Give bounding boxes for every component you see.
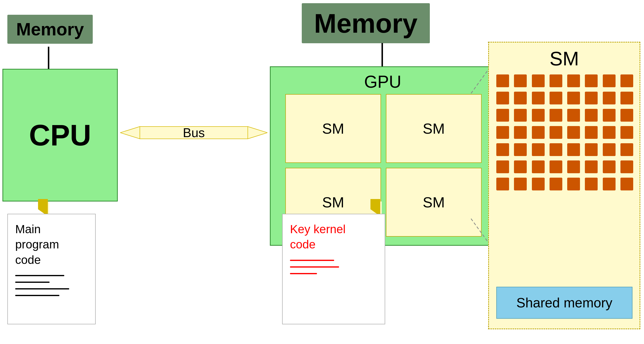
orange-square-6-3 bbox=[550, 178, 562, 191]
orange-square-2-0 bbox=[496, 109, 509, 122]
orange-square-6-2 bbox=[532, 178, 545, 191]
orange-square-2-3 bbox=[550, 109, 562, 122]
gpu-memory-line bbox=[382, 43, 383, 70]
orange-square-3-2 bbox=[532, 126, 545, 139]
sm-box-4: SM bbox=[386, 168, 482, 237]
orange-square-5-1 bbox=[514, 160, 527, 173]
svg-marker-2 bbox=[248, 126, 268, 139]
orange-square-5-6 bbox=[603, 160, 616, 173]
orange-square-5-3 bbox=[550, 160, 562, 173]
orange-square-4-5 bbox=[585, 143, 598, 156]
orange-square-3-6 bbox=[603, 126, 616, 139]
orange-square-5-0 bbox=[496, 160, 509, 173]
orange-square-2-4 bbox=[567, 109, 580, 122]
orange-square-4-6 bbox=[603, 143, 616, 156]
diagram-container: Memory CPU Bus Memory GPU SM SM SM bbox=[0, 0, 644, 344]
sm-detail-label: SM bbox=[489, 43, 640, 70]
orange-square-1-3 bbox=[550, 92, 562, 104]
main-program-doc: Main programcode bbox=[7, 214, 96, 324]
orange-square-1-5 bbox=[585, 92, 598, 104]
code-line-3 bbox=[15, 288, 69, 289]
orange-square-1-6 bbox=[603, 92, 616, 104]
orange-square-3-3 bbox=[550, 126, 562, 139]
cpu-memory-line bbox=[48, 47, 49, 71]
shared-memory-label: Shared memory bbox=[516, 295, 612, 311]
orange-square-6-6 bbox=[603, 178, 616, 191]
orange-square-1-7 bbox=[620, 92, 633, 104]
orange-square-0-7 bbox=[620, 74, 633, 87]
orange-square-4-1 bbox=[514, 143, 527, 156]
bus-arrow: Bus bbox=[120, 118, 268, 147]
gpu-memory-label: Memory bbox=[302, 3, 430, 43]
orange-square-3-7 bbox=[620, 126, 633, 139]
orange-square-5-5 bbox=[585, 160, 598, 173]
orange-square-3-5 bbox=[585, 126, 598, 139]
orange-square-6-0 bbox=[496, 178, 509, 191]
orange-square-2-6 bbox=[603, 109, 616, 122]
orange-square-0-6 bbox=[603, 74, 616, 87]
orange-square-0-5 bbox=[585, 74, 598, 87]
orange-square-4-2 bbox=[532, 143, 545, 156]
sm-detail-box: SM Shared memory bbox=[488, 42, 640, 329]
orange-square-1-0 bbox=[496, 92, 509, 104]
bus-container: Bus bbox=[118, 113, 270, 152]
kernel-program-text: Key kernelcode bbox=[290, 222, 377, 252]
sm-box-2: SM bbox=[386, 94, 482, 163]
orange-square-5-2 bbox=[532, 160, 545, 173]
orange-square-2-5 bbox=[585, 109, 598, 122]
orange-square-4-4 bbox=[567, 143, 580, 156]
kernel-line-3 bbox=[290, 273, 317, 274]
orange-square-0-4 bbox=[567, 74, 580, 87]
cpu-label: CPU bbox=[29, 118, 91, 152]
orange-square-6-5 bbox=[585, 178, 598, 191]
orange-square-6-4 bbox=[567, 178, 580, 191]
orange-square-3-0 bbox=[496, 126, 509, 139]
code-line-4 bbox=[15, 295, 59, 296]
bus-label: Bus bbox=[183, 125, 205, 140]
orange-square-5-4 bbox=[567, 160, 580, 173]
code-line-2 bbox=[15, 282, 50, 283]
orange-square-0-2 bbox=[532, 74, 545, 87]
orange-square-4-0 bbox=[496, 143, 509, 156]
orange-square-0-0 bbox=[496, 74, 509, 87]
gpu-label: GPU bbox=[270, 67, 495, 92]
orange-square-4-7 bbox=[620, 143, 633, 156]
orange-square-6-1 bbox=[514, 178, 527, 191]
orange-square-2-2 bbox=[532, 109, 545, 122]
orange-square-4-3 bbox=[550, 143, 562, 156]
orange-square-5-7 bbox=[620, 160, 633, 173]
orange-square-0-1 bbox=[514, 74, 527, 87]
cpu-box: CPU bbox=[2, 69, 118, 202]
orange-square-2-1 bbox=[514, 109, 527, 122]
svg-marker-1 bbox=[120, 126, 140, 139]
kernel-line-1 bbox=[290, 260, 334, 261]
orange-squares-grid bbox=[496, 74, 634, 191]
orange-square-3-4 bbox=[567, 126, 580, 139]
orange-square-1-4 bbox=[567, 92, 580, 104]
orange-square-1-2 bbox=[532, 92, 545, 104]
orange-square-0-3 bbox=[550, 74, 562, 87]
code-line-1 bbox=[15, 275, 64, 276]
sm-box-1: SM bbox=[285, 94, 381, 163]
kernel-line-2 bbox=[290, 266, 339, 268]
orange-square-1-1 bbox=[514, 92, 527, 104]
main-program-text: Main programcode bbox=[15, 222, 88, 268]
shared-memory-box: Shared memory bbox=[496, 287, 632, 319]
orange-square-2-7 bbox=[620, 109, 633, 122]
cpu-memory-label: Memory bbox=[7, 15, 93, 44]
orange-square-3-1 bbox=[514, 126, 527, 139]
orange-square-6-7 bbox=[620, 178, 633, 191]
kernel-program-doc: Key kernelcode bbox=[282, 214, 385, 324]
